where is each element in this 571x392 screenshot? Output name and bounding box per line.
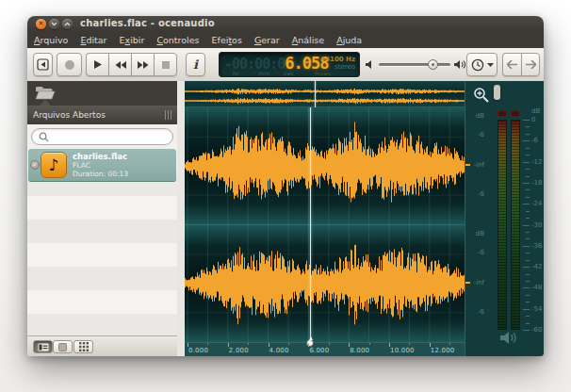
meter-scale-tick	[526, 148, 530, 149]
music-note-icon: ♪	[49, 155, 59, 174]
menu-item-efeitos[interactable]: Efeitos	[212, 35, 242, 45]
meter-scale-tick	[526, 211, 530, 212]
channel-mode: stereo	[320, 63, 355, 71]
file-duration: Duration: 00:13	[73, 170, 128, 178]
timeline-minor-tick	[207, 343, 208, 345]
meter-scale-tick	[526, 197, 530, 198]
rewind-button[interactable]	[108, 53, 131, 76]
check-icon: ✓	[30, 160, 40, 170]
menu-item-exibir[interactable]: Exibir	[120, 35, 145, 45]
meter-scale-tick	[523, 140, 530, 141]
file-list-item[interactable]: ✓ ♪ charlies.flac FLAC Duration: 00:13	[28, 149, 176, 182]
meter-scale-tick	[526, 238, 530, 239]
volume-up-icon[interactable]	[453, 59, 466, 70]
view-details-button[interactable]	[33, 340, 53, 353]
timeline-ruler[interactable]: 0.0002.0004.0006.0008.00010.00012.000	[185, 342, 465, 356]
stop-button[interactable]	[154, 53, 177, 76]
info-button[interactable]: i	[186, 53, 205, 76]
window-controls: ✕	[36, 19, 73, 29]
fast-forward-icon	[137, 60, 150, 70]
menu-item-arquivo[interactable]: Arquivo	[34, 35, 68, 45]
meter-scale-tick	[526, 281, 530, 282]
playback-time-button[interactable]	[466, 53, 498, 76]
meter-scale-label: -30	[531, 221, 542, 229]
play-icon	[92, 59, 103, 70]
maximize-button[interactable]	[62, 19, 73, 29]
vertical-scrollbar-thumb[interactable]	[494, 85, 500, 100]
search-input[interactable]	[53, 130, 170, 145]
view-grid-button[interactable]	[73, 340, 93, 353]
overview-playhead[interactable]	[315, 81, 316, 107]
menu-item-gerar[interactable]: Gerar	[254, 35, 280, 45]
meter-scale-label: -24	[531, 200, 542, 207]
meter-scale-tick	[526, 323, 530, 324]
clock-icon	[471, 58, 484, 72]
menubar: ArquivoEditarExibirControlesEfeitosGerar…	[27, 32, 544, 48]
meter-scale-label: -60	[531, 326, 542, 334]
meter-scale-tick	[523, 246, 530, 247]
speaker-icon[interactable]	[499, 331, 518, 345]
timeline-label: 10.000	[390, 347, 415, 354]
play-button[interactable]	[86, 53, 108, 76]
meter-scale-tick	[526, 253, 530, 253]
channel-center-tick	[465, 282, 470, 284]
search-box[interactable]	[31, 128, 173, 145]
timeline-minor-tick	[369, 343, 370, 345]
volume-slider[interactable]	[379, 63, 450, 66]
playhead-line[interactable]	[310, 107, 311, 342]
meter-scale-tick	[526, 295, 530, 296]
waveform-path	[186, 89, 465, 105]
nav-forward-button[interactable]	[521, 53, 540, 76]
meter-db-label: dB	[531, 107, 540, 115]
rewind-icon	[114, 60, 127, 70]
meter-scale-tick	[526, 176, 530, 177]
channel-center-tick	[465, 164, 470, 166]
sample-rate: 44100 Hz	[320, 56, 355, 63]
goto-start-button[interactable]	[33, 53, 53, 76]
volume-slider-handle[interactable]	[428, 59, 438, 70]
time-display: -00:00:06.058 hr min sec msec 44100 Hz s…	[219, 52, 360, 77]
amplitude-scale-label: dB	[465, 230, 484, 237]
meter-scale-tick	[526, 260, 530, 261]
meter-scale-tick	[526, 274, 530, 275]
view-icons-button[interactable]	[53, 340, 73, 353]
titlebar[interactable]: ✕ charlies.flac - ocenaudio	[27, 16, 544, 32]
meter-scale-tick	[526, 134, 530, 135]
nav-back-button[interactable]	[502, 53, 521, 76]
fast-forward-button[interactable]	[131, 53, 154, 76]
search-area	[27, 124, 177, 149]
chevron-up-icon	[64, 22, 71, 26]
view-grid-icon	[79, 342, 89, 351]
file-list[interactable]: ✓ ♪ charlies.flac FLAC Duration: 00:13	[27, 149, 177, 335]
panel-title: Arquivos Abertos	[33, 110, 106, 120]
minimize-button[interactable]	[49, 19, 59, 29]
amplitude-scale-label: -6	[465, 190, 484, 198]
menu-item-editar[interactable]: Editar	[80, 35, 106, 45]
timeline-label: 4.000	[269, 347, 289, 354]
meter-scale-label: -54	[531, 305, 542, 313]
meter-scale-tick	[523, 120, 530, 121]
panel-grip-icon	[165, 110, 171, 120]
waveform-view[interactable]	[185, 107, 465, 342]
transport-group	[86, 53, 177, 76]
overview-strip[interactable]	[185, 81, 465, 107]
panel-header[interactable]: Arquivos Abertos	[27, 106, 177, 124]
meter-scale-tick	[526, 155, 530, 155]
view-icons-icon	[58, 343, 67, 351]
main-content: Arquivos Abertos ✓ ♪	[27, 81, 544, 356]
meter-scale-label: -42	[531, 263, 542, 270]
meter-panel: dB dB-6-inf-6dB-6-inf-60-6-12-18-24-30-3…	[465, 81, 544, 356]
menu-item-controles[interactable]: Controles	[156, 35, 199, 45]
record-button[interactable]	[57, 53, 82, 76]
close-button[interactable]: ✕	[36, 19, 46, 29]
unit-min: min	[258, 70, 270, 76]
menu-item-analise[interactable]: Análise	[292, 35, 324, 45]
volume-down-icon[interactable]	[365, 59, 375, 70]
info-icon: i	[193, 57, 198, 72]
zoom-in-icon[interactable]	[473, 87, 490, 104]
unit-hr: hr	[233, 70, 239, 76]
playhead-marker[interactable]	[306, 339, 314, 347]
menu-item-ajuda[interactable]: Ajuda	[336, 35, 362, 45]
folder-icon[interactable]	[35, 85, 56, 101]
sidebar-bottombar	[27, 335, 177, 356]
